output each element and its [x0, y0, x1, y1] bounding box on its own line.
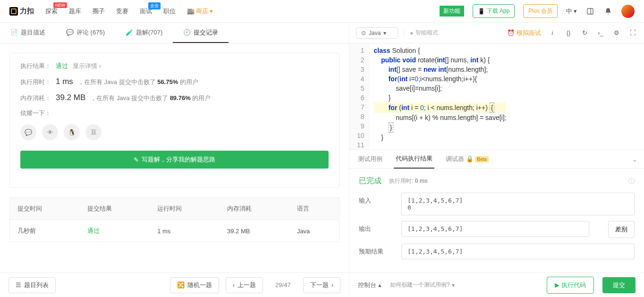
avatar[interactable]: [621, 5, 635, 18]
tab-description[interactable]: 📄 题目描述: [0, 23, 56, 43]
prev-button[interactable]: ‹ 上一题: [226, 277, 263, 293]
problem-list-button[interactable]: ☰ 题目列表: [8, 277, 56, 293]
new-feature-badge[interactable]: 新功能: [440, 6, 464, 17]
download-app-button[interactable]: 📱 下载 App: [473, 4, 515, 18]
status-done: 已完成: [359, 176, 381, 186]
mock-interview-link[interactable]: ⏰ 模拟面试: [507, 29, 541, 37]
settings-icon[interactable]: ⚙: [612, 28, 621, 38]
nav-explore[interactable]: 探索NEW: [45, 7, 58, 16]
nav-problems[interactable]: 题库: [69, 7, 81, 16]
input-label: 输入: [359, 193, 387, 205]
code-editor[interactable]: 123456789101112 class Solution { public …: [349, 43, 644, 150]
th-memory: 内存消耗: [220, 198, 289, 220]
smart-mode-toggle[interactable]: ● 智能模式: [410, 29, 438, 37]
output-value: [1,2,3,4,5,6,7]: [401, 221, 589, 237]
line-gutter: 123456789101112: [349, 43, 369, 150]
tab-solutions[interactable]: 🧪 题解(707): [115, 23, 173, 43]
run-button[interactable]: ▶ 执行代码: [547, 277, 594, 294]
share-qq-icon[interactable]: 🐧: [64, 124, 80, 140]
diff-button[interactable]: 差别: [608, 221, 635, 238]
nav-store[interactable]: 🏬 商店 ▾: [187, 7, 213, 16]
th-runtime: 运行时间: [150, 198, 220, 220]
brand-text: 力扣: [20, 7, 34, 16]
share-wechat-icon[interactable]: 💬: [20, 124, 36, 140]
logo-icon: [9, 7, 18, 16]
editor-header: ⊙ Java ▾ ● 智能模式 ⏰ 模拟面试 i {} ↻ ›_ ⚙ ⛶: [349, 23, 644, 43]
reset-icon[interactable]: ↻: [580, 28, 589, 38]
testcase-help-link[interactable]: 如何创建一个测试用例? ▾: [390, 281, 455, 289]
rtab-debugger[interactable]: 调试器 🔒 Beta: [444, 150, 491, 168]
expected-value: [1,2,3,4,5,6,7]: [401, 244, 635, 259]
tab-submissions[interactable]: 🕘 提交记录: [173, 23, 229, 43]
nav-discuss[interactable]: 圈子: [93, 7, 105, 16]
fullscreen-icon[interactable]: ⛶: [628, 28, 637, 38]
lang-switch[interactable]: 中 ▾: [566, 7, 577, 16]
share-weibo-icon[interactable]: 👁: [42, 124, 58, 140]
code-content: class Solution { public void rotate(int[…: [369, 43, 511, 150]
biz-badge: 企业: [148, 2, 161, 9]
nav-jobs[interactable]: 职位: [163, 7, 176, 16]
bell-icon[interactable]: [603, 7, 613, 16]
submit-button[interactable]: 提交: [602, 277, 636, 293]
result-body: 已完成 执行用时: 0 ms ⓘ 输入 [1,2,3,4,5,6,7] 0 输出…: [349, 169, 644, 272]
submission-table: 提交时间 提交结果 运行时间 内存消耗 语言 几秒前 通过 1 ms 39.2 …: [9, 197, 339, 242]
left-bottom-bar: ☰ 题目列表 🔀 随机一题 ‹ 上一题 29/47 下一题 ›: [0, 272, 349, 297]
console-toggle[interactable]: 控制台 ▴: [358, 281, 381, 289]
runtime-label: 执行用时：: [20, 78, 51, 86]
playground-icon[interactable]: [585, 7, 595, 16]
exec-result-pass: 通过: [56, 62, 68, 70]
logo[interactable]: 力扣: [9, 7, 34, 16]
top-nav: 力扣 探索NEW 题库 圈子 竞赛 面试企业 职位 🏬 商店 ▾ 新功能 📱 下…: [0, 0, 644, 23]
show-detail-link[interactable]: 显示详情 ›: [73, 62, 101, 70]
status-runtime: 执行用时: 0 ms: [389, 177, 428, 185]
terminal-icon[interactable]: ›_: [596, 28, 605, 38]
th-lang: 语言: [289, 198, 339, 220]
th-result: 提交结果: [80, 198, 150, 220]
language-select[interactable]: ⊙ Java ▾: [356, 27, 398, 39]
svg-rect-0: [587, 8, 593, 14]
input-value: [1,2,3,4,5,6,7] 0: [401, 193, 635, 215]
table-row[interactable]: 几秒前 通过 1 ms 39.2 MB Java: [10, 220, 339, 242]
runtime-value: 1 ms: [56, 77, 73, 86]
braces-icon[interactable]: {}: [564, 28, 573, 38]
nav-contest[interactable]: 竞赛: [116, 7, 128, 16]
output-label: 输出: [359, 221, 387, 233]
result-tabs: 测试用例 代码执行结果 调试器 🔒 Beta ⌄: [349, 150, 644, 169]
new-badge: NEW: [53, 2, 67, 8]
lock-icon: 🔒: [466, 155, 474, 162]
page-info: 29/47: [270, 281, 297, 289]
right-panel: ⊙ Java ▾ ● 智能模式 ⏰ 模拟面试 i {} ↻ ›_ ⚙ ⛶ 123…: [349, 23, 644, 297]
memory-label: 内存消耗：: [20, 94, 51, 102]
th-time: 提交时间: [10, 198, 80, 220]
tab-comments[interactable]: 💬 评论 (675): [56, 23, 115, 43]
plus-button[interactable]: Plus 会员: [523, 4, 558, 18]
rtab-testcase[interactable]: 测试用例: [356, 150, 384, 168]
memory-value: 39.2 MB: [56, 93, 85, 102]
nav-interview[interactable]: 面试企业: [140, 7, 152, 16]
share-douban-icon[interactable]: 豆: [85, 124, 102, 140]
expected-label: 预期结果: [359, 244, 387, 256]
exec-result-label: 执行结果：: [20, 62, 51, 70]
left-panel: 📄 题目描述 💬 评论 (675) 🧪 题解(707) 🕘 提交记录 执行结果：…: [0, 23, 349, 297]
info-icon[interactable]: i: [548, 28, 557, 38]
right-bottom-bar: 控制台 ▴ 如何创建一个测试用例? ▾ ▶ 执行代码 提交: [349, 272, 644, 297]
problem-tabs: 📄 题目描述 💬 评论 (675) 🧪 题解(707) 🕘 提交记录: [0, 23, 349, 43]
help-icon[interactable]: ⓘ: [628, 177, 635, 186]
collapse-icon[interactable]: ⌄: [632, 156, 637, 163]
rtab-exec-result[interactable]: 代码执行结果: [394, 150, 434, 169]
random-button[interactable]: 🔀 随机一题: [170, 277, 219, 293]
brag-label: 炫耀一下：: [20, 109, 51, 118]
result-card: 执行结果： 通过 显示详情 › 执行用时： 1 ms ，在所有 Java 提交中…: [9, 53, 339, 188]
write-solution-button[interactable]: ✎ 写题解，分享我的解题思路: [20, 151, 329, 169]
next-button[interactable]: 下一题 ›: [303, 277, 340, 293]
